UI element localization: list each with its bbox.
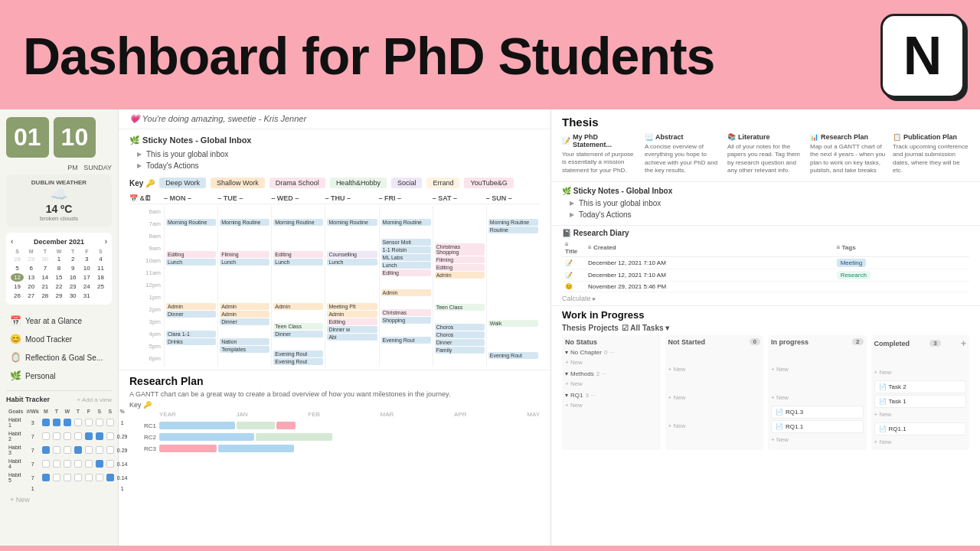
planner-event: Abi	[327, 334, 377, 341]
habit-check[interactable]	[96, 474, 103, 481]
thesis-card-publication[interactable]: 📋 Publication Plan Track upcoming confer…	[893, 133, 969, 175]
habit-check[interactable]	[74, 419, 82, 426]
habit-check[interactable]	[106, 446, 114, 454]
habit-check[interactable]	[42, 432, 50, 440]
habit-check[interactable]	[85, 432, 93, 440]
habit-check[interactable]	[53, 419, 60, 426]
sidebar-item-year-glance[interactable]: 📅 Year at a Glance	[6, 312, 112, 329]
arrow-icon: ▶	[570, 211, 574, 218]
habit-check[interactable]	[64, 460, 71, 468]
thesis-card-statement[interactable]: 📝 My PhD Statement... Your statement of …	[562, 133, 639, 175]
planner-event: 1-1 Roisin	[381, 246, 431, 253]
kanban-add[interactable]: + New	[874, 409, 967, 419]
habit-check[interactable]	[42, 446, 50, 454]
kanban-add-rq1[interactable]: + New	[565, 400, 658, 410]
thesis-card-research-plan[interactable]: 📊 Research Plan Map out a GANTT chart of…	[810, 133, 887, 175]
research-plan-section: Research Plan A GANTT chart can be a gre…	[119, 370, 550, 458]
planner-event: Counselling	[327, 251, 377, 258]
habit-check[interactable]	[53, 446, 60, 454]
calculate-button[interactable]: Calculate ▸	[562, 295, 969, 302]
sidebar-item-label: Mood Tracker	[25, 335, 72, 344]
kanban-col-not-started: Not Started 0 + New + New + New	[665, 335, 764, 450]
table-row: 📝 December 12, 2021 7:10 AM Meeting	[562, 256, 969, 269]
kanban-add[interactable]: + New	[668, 364, 761, 374]
table-row: 😊 November 29, 2021 5:46 PM	[562, 281, 969, 292]
planner-event: Lunch	[327, 259, 377, 266]
habit-check[interactable]	[53, 474, 60, 481]
kanban-card-rq13[interactable]: 📄 RQ1.3	[771, 406, 864, 419]
kanban-card-rq11[interactable]: 📄 RQ1.1	[771, 420, 864, 433]
habit-check[interactable]	[106, 419, 114, 426]
planner-event: Admin	[273, 303, 323, 310]
habit-check[interactable]	[64, 432, 71, 440]
habit-check[interactable]	[106, 474, 114, 481]
habit-check[interactable]	[106, 460, 114, 468]
habit-check[interactable]	[96, 432, 103, 440]
planner-event: Lunch	[220, 259, 270, 266]
habit-check[interactable]	[85, 460, 93, 468]
kanban-add-methods[interactable]: + New	[565, 379, 658, 389]
thesis-card-abstract[interactable]: 📃 Abstract A concise overview of everyth…	[645, 133, 721, 175]
kanban-card-rq11b[interactable]: 📄 RQ1.1	[874, 422, 967, 435]
habit-check[interactable]	[64, 419, 71, 426]
kanban-card-task1[interactable]: 📄 Task 1	[874, 395, 967, 408]
sidebar-item-personal[interactable]: 🌿 Personal	[6, 367, 112, 384]
habit-check[interactable]	[64, 474, 71, 481]
kanban-add[interactable]: + New	[771, 435, 864, 445]
habit-check[interactable]	[96, 419, 103, 426]
kanban-col-completed: Completed 3 + + New 📄 Task 2 📄 Task	[871, 335, 970, 450]
habit-check[interactable]	[85, 474, 93, 481]
personal-icon: 🌿	[10, 370, 21, 381]
kanban-card-task2[interactable]: 📄 Task 2	[874, 380, 967, 393]
planner-event: Choros	[435, 331, 485, 338]
habit-check[interactable]	[64, 446, 71, 454]
planner-event: Evening Rout	[273, 358, 323, 365]
habit-check[interactable]	[85, 446, 93, 454]
arrow-icon: ▶	[137, 162, 142, 169]
sidebar-item-reflection[interactable]: 🪞 Reflection & Goal Se...	[6, 349, 112, 366]
clock-day: SUNDAY	[83, 164, 112, 171]
planner-body: 6am 7am 8am 9am 10am 11am 12pm 1pm 2pm 3…	[129, 206, 540, 367]
habit-tracker-header: Habit Tracker + Add a view	[6, 396, 112, 403]
kanban-add[interactable]: + New	[874, 437, 967, 447]
arrow-icon: ▶	[570, 200, 574, 207]
right-sticky-title: 🌿 Sticky Notes - Global Inbox	[562, 187, 969, 195]
calendar-prev[interactable]: ‹	[11, 237, 13, 246]
habit-check[interactable]	[74, 474, 82, 481]
habit-check[interactable]	[74, 460, 82, 468]
habit-check[interactable]	[85, 419, 93, 426]
sidebar-item-mood[interactable]: 😊 Mood Tracker	[6, 331, 112, 347]
habit-check[interactable]	[106, 432, 114, 440]
habit-add-view[interactable]: + Add a view	[77, 396, 112, 403]
habit-check[interactable]	[53, 460, 60, 468]
all-tasks-dropdown[interactable]: ☑ All Tasks ▾	[622, 324, 669, 332]
kanban-add[interactable]: + New	[771, 393, 864, 403]
planner-event: Lunch	[273, 259, 323, 266]
habit-check[interactable]	[96, 446, 103, 454]
thesis-card-literature[interactable]: 📚 Literature All of your notes for the p…	[727, 133, 804, 175]
planner-event: Evening Rout	[488, 352, 538, 359]
kanban-add[interactable]: + New	[874, 367, 967, 377]
habit-add-new[interactable]: + New	[6, 494, 112, 506]
habit-check[interactable]	[74, 432, 82, 440]
motivational-quote: 💗 You're doing amazing, sweetie - Kris J…	[119, 109, 550, 129]
habit-check[interactable]	[42, 460, 50, 468]
habit-check[interactable]	[74, 446, 82, 454]
calendar-next[interactable]: ›	[105, 237, 107, 246]
planner-event: Sensor Moti	[381, 239, 431, 246]
kanban-add-no-status[interactable]: + New	[565, 357, 658, 367]
right-sticky-actions[interactable]: ▶ Today's Actions	[562, 209, 969, 220]
habit-check[interactable]	[42, 474, 50, 481]
weather-icon: ☁️	[12, 186, 106, 203]
kanban-add[interactable]: + New	[668, 421, 761, 431]
sticky-item-inbox[interactable]: ▶ This is your global inbox	[129, 148, 540, 160]
habit-check[interactable]	[42, 419, 50, 426]
kanban-add[interactable]: + New	[771, 364, 864, 374]
page-title: Dashboard for PhD Students	[23, 30, 714, 82]
habit-check[interactable]	[53, 432, 60, 440]
sticky-item-actions[interactable]: ▶ Today's Actions	[129, 160, 540, 171]
planner-event: Admin	[166, 303, 216, 310]
right-sticky-inbox[interactable]: ▶ This is your global inbox	[562, 197, 969, 209]
habit-check[interactable]	[96, 460, 103, 468]
kanban-add[interactable]: + New	[668, 393, 761, 403]
